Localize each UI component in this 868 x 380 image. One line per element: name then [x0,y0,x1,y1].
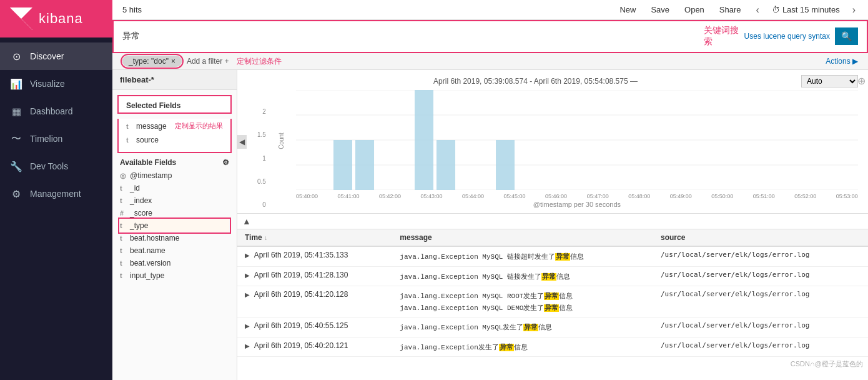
highlight-5: 异常 [499,344,514,351]
save-button[interactable]: Save [648,4,672,16]
actions-link[interactable]: Actions ▶ [826,57,858,66]
hits-count: 5 hits [122,5,142,14]
chart-header: April 6th 2019, 05:39:08.574 - April 6th… [257,75,858,88]
field-annotation-message: 定制显示的结果 [175,121,223,131]
field-name-index: _index [130,196,229,205]
highlight-4: 异常 [523,324,538,331]
timelion-icon: 〜 [10,132,22,145]
sidebar-item-dashboard[interactable]: ▦ Dashboard [0,98,112,125]
chart-x-title: @timestamp per 30 seconds [296,201,858,208]
available-field-score[interactable]: # _score [120,207,229,219]
available-field-type[interactable]: t _type [120,219,229,232]
selected-field-source[interactable]: t source [124,133,225,147]
highlight-3a: 异常 [544,292,559,300]
field-name-beat-version: beat.version [130,259,229,268]
y-label-0: 0 [262,201,266,208]
search-button[interactable]: 🔍 [835,28,858,45]
field-type-beat-hostname: t [120,234,126,242]
svg-rect-9 [415,90,433,190]
source-column-header[interactable]: source [653,229,868,246]
y-label-2: 2 [262,108,266,115]
available-fields-section: Available Fields ⚙ ◎ @timestamp t _id t … [112,153,237,284]
expand-row-1-button[interactable]: ▶ [245,252,250,259]
message-cell-2: java.lang.Exception MySQL 链接发生了异常信息 [392,266,653,286]
sidebar-item-management[interactable]: ⚙ Management [0,180,112,208]
filter-tag-label: _type: "doc" [129,57,169,66]
watermark: CSDN∩@橙子是蓝色的 [237,357,868,371]
next-arrow[interactable]: › [850,4,858,16]
available-field-input-type[interactable]: t input_type [120,269,229,282]
settings-icon[interactable]: ⚙ [222,158,229,167]
field-type-timestamp: ◎ [120,172,126,180]
sidebar-item-label-management: Management [30,189,81,199]
chart-inner [296,90,858,192]
new-button[interactable]: New [617,4,638,16]
date-range-label: April 6th 2019, 05:39:08.574 - April 6th… [270,77,801,86]
search-input[interactable] [122,31,699,41]
prev-arrow[interactable]: ‹ [754,4,762,16]
sidebar-item-timelion[interactable]: 〜 Timelion [0,125,112,152]
clock-icon: ⏱ [772,5,780,14]
time-cell-4: ▶ April 6th 2019, 05:40:55.125 [237,318,392,338]
logo-text: kibana [39,11,83,27]
search-bar: 关键词搜索 Uses lucene query syntax 🔍 [112,20,868,53]
discover-icon: ⊙ [10,50,22,62]
auto-select: Auto Per second Per minute Per hour [801,75,858,88]
available-field-timestamp[interactable]: ◎ @timestamp [120,169,229,182]
results-table: Time ↓ message source [237,229,868,357]
time-column-header[interactable]: Time ↓ [237,229,392,246]
interval-select[interactable]: Auto Per second Per minute Per hour [801,75,858,88]
sidebar-item-devtools[interactable]: 🔧 Dev Tools [0,152,112,180]
svg-rect-10 [436,140,455,190]
highlight-3b: 异常 [544,304,559,312]
sidebar-nav: ⊙ Discover 📊 Visualize ▦ Dashboard 〜 Tim… [0,38,112,208]
topbar-actions: New Save Open Share ‹ ⏱ Last 15 minutes … [617,4,858,16]
sidebar-item-discover[interactable]: ⊙ Discover [0,42,112,70]
time-cell-5: ▶ April 6th 2019, 05:40:20.121 [237,337,392,357]
available-field-index[interactable]: t _index [120,194,229,207]
message-cell-4: java.lang.Exception MySQL发生了异常信息 [392,318,653,338]
results-area: ▲ Time ↓ message s [237,214,868,380]
time-range-picker[interactable]: ⏱ Last 15 minutes [772,5,840,14]
message-cell-5: java.lang.Exception发生了异常信息 [392,337,653,357]
message-cell-1: java.lang.Exception MySQL 链接超时发生了异常信息 [392,246,653,266]
field-name-beat-name: beat.name [130,246,229,255]
expand-row-5-button[interactable]: ▶ [245,342,250,349]
available-field-beat-version[interactable]: t beat.version [120,257,229,269]
sidebar-item-visualize[interactable]: 📊 Visualize [0,70,112,98]
available-fields-label: Available Fields [120,158,176,167]
expand-chart-button[interactable]: ⊕ [857,75,866,87]
selected-fields-header: Selected Fields [117,95,232,114]
selected-field-message[interactable]: t message 定制显示的结果 [124,119,225,133]
sidebar-item-label-timelion: Timelion [30,134,62,144]
share-button[interactable]: Share [717,4,744,16]
expand-row-4-button[interactable]: ▶ [245,322,250,329]
filter-bar: _type: "doc" × Add a filter + 定制过滤条件 Act… [112,53,868,70]
message-column-header[interactable]: message [392,229,653,246]
field-type-beat-name: t [120,247,126,254]
sidebar-item-label-discover: Discover [30,51,64,61]
main-content: 5 hits New Save Open Share ‹ ⏱ Last 15 m… [112,0,868,380]
lucene-hint[interactable]: Uses lucene query syntax [744,32,830,41]
source-cell-2: /usr/local/server/elk/logs/error.log [653,266,868,286]
source-cell-3: /usr/local/server/elk/logs/error.log [653,286,868,318]
expand-row-2-button[interactable]: ▶ [245,272,250,279]
selected-fields-list: t message 定制显示的结果 t source [117,119,232,153]
available-field-beat-name[interactable]: t beat.name [120,244,229,257]
open-button[interactable]: Open [682,4,707,16]
index-pattern[interactable]: filebeat-* [112,70,237,90]
field-type-type: t [120,222,126,229]
management-icon: ⚙ [10,188,22,200]
filter-tag-type[interactable]: _type: "doc" × [122,56,182,67]
collapse-chart-button[interactable]: ◀ [237,135,247,149]
field-type-source: t [126,136,132,144]
available-field-id[interactable]: t _id [120,182,229,194]
available-field-beat-hostname[interactable]: t beat.hostname [120,232,229,244]
y-axis: 2 1.5 1 0.5 0 [257,108,266,208]
selected-fields-label: Selected Fields [126,101,180,110]
add-filter-button[interactable]: Add a filter + [187,57,229,66]
time-cell-2: ▶ April 6th 2019, 05:41:28.130 [237,266,392,286]
up-arrow-icon[interactable]: ▲ [242,216,251,226]
right-panel: ◀ April 6th 2019, 05:39:08.574 - April 6… [237,70,868,380]
expand-row-3-button[interactable]: ▶ [245,291,250,298]
